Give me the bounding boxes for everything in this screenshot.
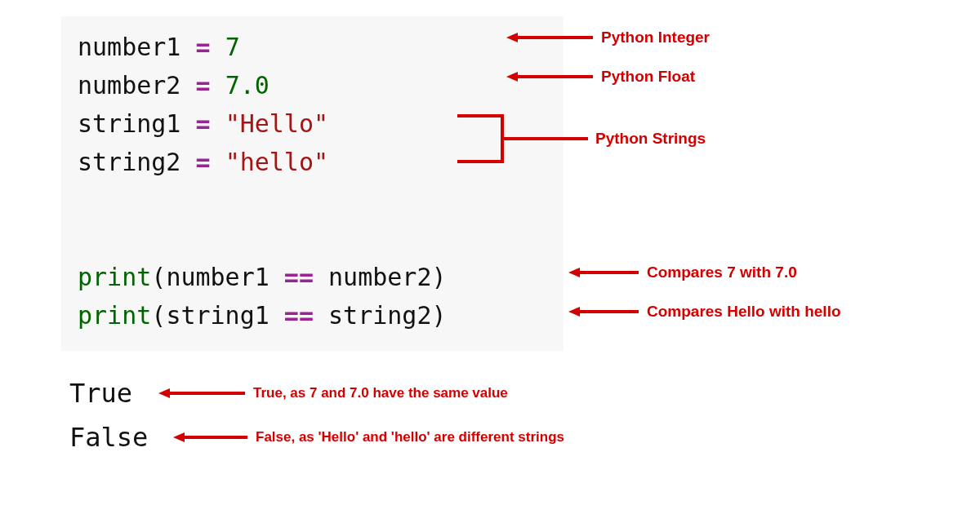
arg-b: number2 [328,263,431,291]
paren-open: ( [151,263,166,291]
annotation-python-float: Python Float [505,67,695,86]
arrow-left-icon [172,428,249,447]
annotation-label: True, as 7 and 7.0 have the same value [253,385,508,401]
annotation-label: Compares 7 with 7.0 [647,264,797,281]
assign-op: = [180,33,225,61]
paren-open: ( [151,301,166,330]
code-blank-line [78,219,547,258]
paren-close: ) [432,301,447,330]
print-fn: print [78,263,151,291]
code-line-1: number1 = 7 [78,28,547,66]
annotation-label: Python Integer [601,29,710,47]
arg-a: number1 [166,263,269,291]
var-string1: string1 [78,109,180,138]
output-false: False [69,415,148,459]
int-literal: 7 [225,33,240,61]
assign-op: = [180,71,225,100]
arrow-left-icon [157,383,247,403]
annotation-compare-strings: Compares Hello with hello [567,302,841,321]
arrow-left-icon [567,263,640,282]
svg-marker-1 [506,33,518,42]
print-fn: print [78,301,151,330]
paren-close: ) [432,263,447,291]
string-literal: "hello" [225,148,328,176]
arrow-left-icon [567,302,640,321]
assign-op: = [180,109,225,138]
svg-marker-10 [158,388,170,398]
var-number1: number1 [78,33,180,61]
annotation-python-integer: Python Integer [505,28,710,47]
var-string2: string2 [78,148,180,176]
code-line-7: print(string1 == string2) [78,296,547,335]
svg-marker-8 [568,307,580,317]
output-true: True [69,371,148,415]
arrow-left-icon [505,67,595,86]
bracket-icon [453,98,592,179]
annotation-compare-numbers: Compares 7 with 7.0 [567,263,797,282]
annotation-python-strings: Python Strings [453,98,706,179]
annotation-label: Python Strings [595,130,706,148]
annotation-output-false: False, as 'Hello' and 'hello' are differ… [172,428,564,447]
var-number2: number2 [78,71,180,100]
arg-b: string2 [328,301,431,330]
code-block: number1 = 7 number2 = 7.0 string1 = "Hel… [61,16,564,351]
float-literal: 7.0 [225,71,270,100]
eq-op: == [270,301,328,330]
code-line-6: print(number1 == number2) [78,258,547,296]
annotation-output-true: True, as 7 and 7.0 have the same value [157,383,508,403]
svg-marker-6 [568,268,580,277]
code-blank-line [78,181,547,219]
svg-marker-12 [173,432,185,442]
assign-op: = [180,148,225,176]
output-block: True False [69,371,148,459]
string-literal: "Hello" [225,109,328,138]
arrow-left-icon [505,28,595,47]
eq-op: == [270,263,328,291]
svg-marker-3 [506,72,518,82]
annotation-label: False, as 'Hello' and 'hello' are differ… [256,429,564,445]
annotation-label: Compares Hello with hello [647,303,841,321]
arg-a: string1 [166,301,269,330]
annotation-label: Python Float [601,68,695,86]
